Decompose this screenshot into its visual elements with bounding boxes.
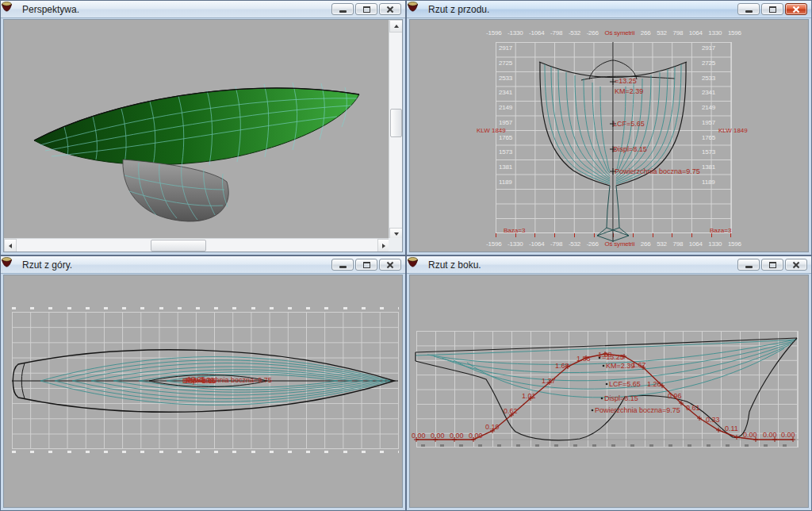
minimize-button[interactable] bbox=[331, 259, 354, 271]
front-view-plot[interactable]: -1596-1330-1064-798-532-266Oś symetrii26… bbox=[409, 19, 809, 252]
axis-tick-label: 1596 bbox=[728, 29, 741, 36]
axis-tick-label: 1381 bbox=[499, 163, 519, 171]
hydrostatic-value-label: Displ=8.15 bbox=[604, 394, 638, 402]
scroll-left-button[interactable] bbox=[4, 239, 17, 252]
top-view-plot[interactable]: =13.25KM=2.39LCF=5.65Displ=8.15Powierzch… bbox=[3, 275, 403, 508]
axis-tick-label: -1330 bbox=[508, 29, 523, 36]
curve-value-label: 0.00 bbox=[763, 431, 777, 439]
hydrostatic-value-label: LCF=5.65 bbox=[609, 380, 641, 388]
axis-tick-label: 2341 bbox=[499, 89, 519, 96]
axis-tick-label: -1596 bbox=[486, 240, 501, 248]
axis-tick-label: -798 bbox=[550, 240, 562, 248]
axis-tick-label: Oś symetrii bbox=[604, 240, 634, 248]
curve-value-label: 1.28 bbox=[647, 380, 661, 388]
curve-value-label: 0.00 bbox=[412, 432, 426, 440]
front-titlebar[interactable]: Rzut z przodu. bbox=[407, 1, 811, 18]
scroll-up-button[interactable] bbox=[389, 20, 403, 33]
minimize-icon bbox=[339, 10, 347, 13]
app-icon bbox=[6, 4, 17, 15]
axis-tick-label: 1330 bbox=[708, 240, 722, 248]
app-icon-drawing bbox=[1, 256, 13, 267]
plan-view-drawing bbox=[4, 275, 403, 508]
maximize-icon bbox=[363, 262, 370, 268]
window-side-view: Rzut z boku. bbox=[406, 256, 812, 511]
hull-3d-drawing bbox=[4, 20, 390, 240]
curve-value-label: 0.61 bbox=[686, 404, 700, 412]
axis-tick-label: 2533 bbox=[499, 75, 519, 82]
close-icon bbox=[792, 261, 800, 269]
close-button[interactable] bbox=[379, 3, 401, 15]
baza-label-right: Baza=3 bbox=[710, 227, 731, 234]
maximize-button[interactable] bbox=[355, 259, 377, 271]
axis-tick-label: 2725 bbox=[702, 60, 722, 67]
close-button[interactable] bbox=[785, 259, 807, 271]
axis-tick-label: 2341 bbox=[702, 89, 722, 96]
axis-tick-label: 2725 bbox=[499, 60, 519, 67]
horizontal-scrollbar[interactable] bbox=[4, 238, 390, 252]
hydrostatic-value-label: KM=2.39 bbox=[606, 362, 634, 370]
maximize-button[interactable] bbox=[355, 3, 377, 15]
hydrostatic-value-label: Powierzchnia boczna=9.75 bbox=[186, 376, 272, 384]
side-view-plot[interactable]: 0.000.000.000.000.190.621.011.371.681.88… bbox=[409, 275, 809, 508]
hydrostatic-value-label: =13.25 bbox=[615, 77, 637, 85]
axis-tick-label: 1330 bbox=[708, 29, 722, 36]
vertical-scroll-thumb[interactable] bbox=[390, 109, 402, 137]
axis-tick-label: 1957 bbox=[702, 119, 722, 126]
curve-value-label: 1.68 bbox=[555, 362, 569, 370]
close-button[interactable] bbox=[379, 259, 401, 271]
maximize-button[interactable] bbox=[761, 259, 783, 271]
axis-tick-label: -266 bbox=[587, 240, 599, 248]
minimize-icon bbox=[745, 10, 753, 13]
window-title: Rzut z góry. bbox=[21, 259, 327, 271]
minimize-button[interactable] bbox=[737, 259, 760, 271]
axis-tick-label: Oś symetrii bbox=[604, 29, 634, 36]
arrow-left-icon bbox=[9, 244, 12, 248]
axis-tick-label: 1064 bbox=[689, 29, 703, 36]
hull-3d-surface bbox=[34, 88, 359, 165]
close-icon bbox=[792, 6, 800, 13]
curve-value-label: 0.00 bbox=[781, 431, 795, 439]
maximize-button[interactable] bbox=[761, 3, 783, 15]
axis-tick-label: 532 bbox=[657, 240, 667, 248]
front-axis-right: 2917272525332341214919571765157313811189 bbox=[702, 44, 722, 186]
axis-tick-label: 1189 bbox=[702, 179, 722, 186]
axis-tick-label: 798 bbox=[672, 240, 683, 248]
window-top-view: Rzut z góry. bbox=[0, 256, 406, 511]
hydrostatic-value-label: =13.25 bbox=[602, 353, 624, 361]
minimize-button[interactable] bbox=[737, 3, 760, 15]
axis-tick-label: -1064 bbox=[529, 29, 544, 36]
app-icon-drawing bbox=[407, 1, 419, 12]
axis-tick-label: 1765 bbox=[499, 134, 519, 141]
curve-value-label: 0.19 bbox=[485, 423, 500, 431]
arrow-up-icon bbox=[394, 25, 399, 28]
axis-tick-label: 2917 bbox=[702, 44, 722, 52]
app-icon-drawing bbox=[407, 256, 419, 267]
front-axis-left: 2917272525332341214919571765157313811189 bbox=[499, 44, 519, 186]
curve-value-label: 0.00 bbox=[431, 432, 445, 440]
perspective-titlebar[interactable]: Perspektywa. bbox=[1, 1, 405, 18]
curve-value-label: 0.62 bbox=[504, 407, 518, 415]
hydrostatic-value-label: KM=2.39 bbox=[615, 87, 643, 95]
window-title: Perspektywa. bbox=[21, 4, 327, 15]
axis-tick-label: 2533 bbox=[702, 75, 722, 82]
klw-label-left: KLW 1849 bbox=[477, 127, 506, 134]
window-title: Rzut z przodu. bbox=[427, 4, 733, 15]
close-icon bbox=[386, 261, 394, 269]
axis-tick-label: 1596 bbox=[728, 240, 741, 248]
perspective-viewport[interactable] bbox=[3, 19, 403, 252]
axis-tick-label: 2917 bbox=[499, 44, 519, 52]
side-view-titlebar[interactable]: Rzut z boku. bbox=[407, 256, 811, 274]
app-icon bbox=[412, 4, 423, 15]
curve-value-label: 0.00 bbox=[743, 431, 757, 439]
horizontal-scroll-thumb[interactable] bbox=[151, 240, 206, 252]
axis-tick-label: 1957 bbox=[499, 119, 519, 126]
close-button[interactable] bbox=[785, 3, 807, 15]
top-view-titlebar[interactable]: Rzut z góry. bbox=[1, 256, 405, 274]
axis-tick-label: -1596 bbox=[486, 29, 501, 36]
vertical-scrollbar[interactable] bbox=[389, 20, 402, 240]
axis-tick-label: 1573 bbox=[499, 148, 519, 156]
baza-label-left: Baza=3 bbox=[504, 227, 525, 234]
minimize-button[interactable] bbox=[331, 3, 354, 15]
hull-sections bbox=[540, 62, 610, 186]
minimize-icon bbox=[745, 266, 753, 268]
